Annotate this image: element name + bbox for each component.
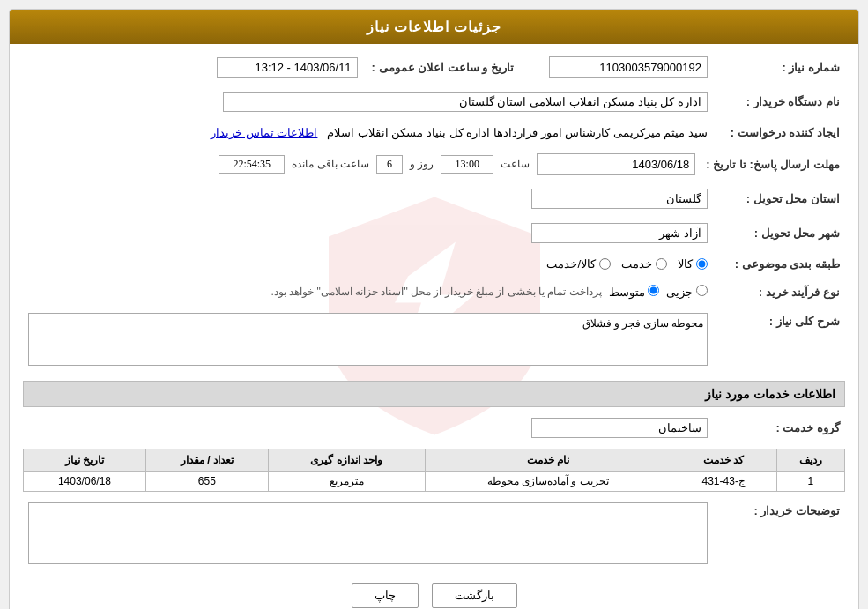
- buyer-name-input[interactable]: [223, 92, 708, 112]
- col-quantity: تعداد / مقدار: [145, 449, 268, 472]
- process-mottavaset-option[interactable]: متوسط: [609, 285, 660, 299]
- buyer-desc-textarea[interactable]: [28, 502, 708, 564]
- reply-days-input[interactable]: [376, 155, 403, 174]
- category-khedmat-radio[interactable]: [656, 258, 667, 270]
- cell-service_code: ج-43-431: [671, 472, 776, 492]
- buyer-name-label: نام دستگاه خریدار :: [713, 88, 845, 115]
- col-service-code: کد خدمت: [671, 449, 776, 472]
- creator-name: سید میثم میرکریمی کارشناس امور قراردادها…: [327, 126, 708, 139]
- page-header: جزئیات اطلاعات نیاز: [10, 10, 858, 44]
- table-row: 1ج-43-431تخریب و آماده‌سازی محوطهمترمربع…: [24, 472, 845, 492]
- col-unit: واحد اندازه گیری: [268, 449, 425, 472]
- category-label: طبقه بندی موضوعی :: [713, 254, 845, 274]
- cell-row_num: 1: [776, 472, 844, 492]
- province-label: استان محل تحویل :: [713, 185, 845, 212]
- col-service-name: نام خدمت: [425, 449, 671, 472]
- cell-quantity: 655: [145, 472, 268, 492]
- category-kala-khedmat-option[interactable]: کالا/خدمت: [546, 257, 611, 271]
- category-kala-khedmat-radio[interactable]: [599, 258, 611, 270]
- services-table: ردیف کد خدمت نام خدمت واحد اندازه گیری ت…: [23, 449, 845, 492]
- creator-label: ایجاد کننده درخواست :: [713, 123, 845, 143]
- buttons-row: بازگشت چاپ: [23, 583, 845, 608]
- creator-contact-link[interactable]: اطلاعات تماس خریدار: [211, 126, 317, 139]
- print-button[interactable]: چاپ: [352, 583, 419, 608]
- cell-unit: مترمربع: [268, 472, 425, 492]
- city-label: شهر محل تحویل :: [713, 219, 845, 247]
- buyer-desc-label: توضیحات خریدار :: [713, 499, 845, 570]
- process-note: پرداخت تمام یا بخشی از مبلغ خریدار از مح…: [271, 286, 602, 298]
- process-jozei-radio[interactable]: [696, 285, 708, 296]
- need-number-input[interactable]: [549, 56, 708, 78]
- reply-date-input[interactable]: [537, 153, 695, 175]
- cell-date: 1403/06/18: [24, 472, 146, 492]
- reply-days-label: روز و: [410, 158, 434, 170]
- category-khedmat-label: خدمت: [621, 257, 652, 271]
- cell-service_name: تخریب و آماده‌سازی محوطه: [425, 472, 671, 492]
- process-label: نوع فرآیند خرید :: [713, 281, 845, 302]
- reply-deadline-label: مهلت ارسال پاسخ: تا تاریخ :: [701, 150, 845, 178]
- col-row-num: ردیف: [776, 449, 844, 472]
- announce-datetime-label: تاریخ و ساعت اعلان عمومی :: [363, 53, 519, 81]
- category-khedmat-option[interactable]: خدمت: [621, 257, 667, 271]
- page-title: جزئیات اطلاعات نیاز: [367, 19, 502, 34]
- process-jozei-option[interactable]: جزیی: [666, 285, 708, 299]
- need-number-label: شماره نیاز :: [713, 53, 845, 81]
- description-textarea[interactable]: محوطه سازی فجر و فشلاق: [28, 313, 708, 366]
- process-jozei-label: جزیی: [666, 286, 693, 299]
- category-kala-khedmat-label: کالا/خدمت: [546, 257, 596, 271]
- process-mottavaset-label: متوسط: [609, 286, 645, 299]
- services-section-header: اطلاعات خدمات مورد نیاز: [23, 381, 845, 407]
- service-group-input[interactable]: [531, 418, 708, 438]
- col-date: تاریخ نیاز: [24, 449, 146, 472]
- province-input[interactable]: [531, 189, 708, 209]
- service-group-label: گروه خدمت :: [713, 414, 845, 442]
- back-button[interactable]: بازگشت: [432, 583, 517, 608]
- description-label: شرح کلی نیاز :: [713, 309, 845, 372]
- category-kala-radio[interactable]: [696, 258, 708, 270]
- city-input[interactable]: [531, 223, 708, 243]
- reply-time-label: ساعت: [501, 158, 530, 170]
- reply-remaining-input[interactable]: [219, 155, 285, 174]
- category-kala-option[interactable]: کالا: [678, 257, 708, 271]
- reply-time-input[interactable]: [441, 155, 493, 174]
- announce-datetime-input[interactable]: [217, 57, 358, 78]
- process-mottavaset-radio[interactable]: [648, 285, 659, 296]
- reply-remaining-label: ساعت باقی مانده: [292, 158, 369, 170]
- category-kala-label: کالا: [678, 257, 693, 271]
